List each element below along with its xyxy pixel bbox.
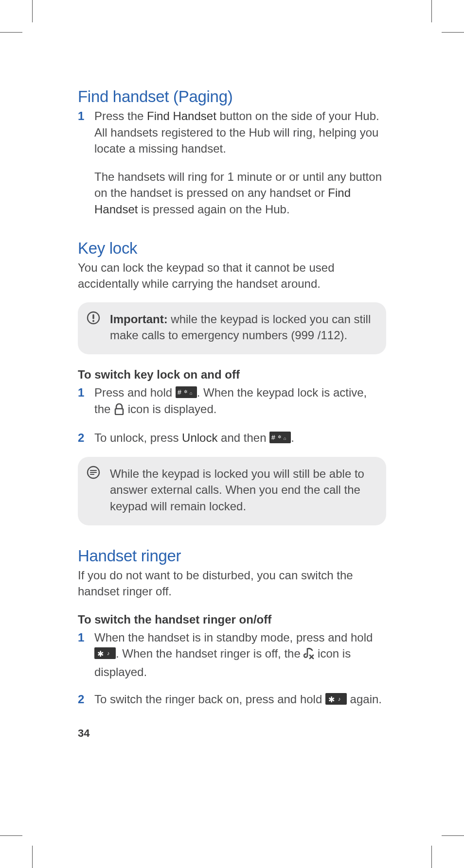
note-icon	[87, 466, 100, 479]
step-text: Press the Find Handset button on the sid…	[94, 108, 386, 157]
step-text: The handsets will ring for 1 minute or o…	[94, 169, 386, 218]
cropmark	[0, 32, 22, 33]
cropmark	[32, 846, 33, 868]
button-name: Unlock	[182, 431, 217, 444]
sub-heading: To switch the handset ringer on/off	[78, 613, 386, 626]
cropmark	[0, 835, 22, 836]
important-callout: Important: while the keypad is locked yo…	[78, 302, 386, 354]
svg-text:♪: ♪	[338, 696, 341, 702]
ringer-off-icon	[303, 647, 314, 664]
step-number: 1	[78, 629, 84, 646]
step-number: 2	[78, 691, 84, 708]
list-item: 2 To switch the ringer back on, press an…	[78, 691, 386, 708]
ringer-steps: 1 When the handset is in standby mode, p…	[78, 629, 386, 707]
step-number: 1	[78, 384, 84, 401]
note-callout: While the keypad is locked you will stil…	[78, 457, 386, 525]
step-number: 1	[78, 108, 84, 124]
heading-find-handset: Find handset (Paging)	[78, 87, 386, 106]
svg-text:#: #	[271, 434, 275, 441]
cropmark	[431, 846, 432, 868]
important-label: Important:	[110, 312, 168, 326]
ringer-intro: If you do not want to be disturbed, you …	[78, 567, 386, 599]
cropmark	[442, 32, 464, 33]
svg-text:✱: ✱	[97, 650, 104, 658]
page-content: Find handset (Paging) 1 Press the Find H…	[78, 87, 386, 718]
list-item: 1 Press the Find Handset button on the s…	[78, 108, 386, 218]
list-item: 1 When the handset is in standby mode, p…	[78, 629, 386, 680]
step-number: 2	[78, 430, 84, 446]
cropmark	[431, 0, 432, 22]
svg-text:⌂: ⌂	[190, 391, 192, 396]
page-number: 34	[78, 727, 89, 740]
svg-text:✲: ✲	[184, 389, 188, 394]
svg-text:⌂: ⌂	[284, 436, 286, 441]
svg-point-2	[92, 320, 94, 322]
svg-rect-6	[115, 409, 123, 415]
find-handset-steps: 1 Press the Find Handset button on the s…	[78, 108, 386, 218]
note-text: While the keypad is locked you will stil…	[110, 467, 364, 513]
svg-text:✱: ✱	[328, 695, 335, 704]
hash-key-icon: #✲⌂	[176, 386, 197, 398]
important-icon	[87, 311, 100, 325]
cropmark	[442, 835, 464, 836]
svg-text:♪: ♪	[107, 650, 110, 656]
sub-heading: To switch key lock on and off	[78, 368, 386, 382]
star-key-icon: ✱♪	[94, 647, 116, 659]
svg-text:#: #	[178, 388, 181, 396]
hash-key-icon: #✲⌂	[269, 432, 291, 443]
heading-key-lock: Key lock	[78, 239, 386, 258]
lock-icon	[114, 403, 125, 419]
star-key-icon: ✱♪	[325, 693, 347, 705]
heading-handset-ringer: Handset ringer	[78, 547, 386, 565]
button-name: Find Handset	[147, 109, 216, 122]
svg-rect-1	[92, 314, 94, 319]
key-lock-steps: 1 Press and hold #✲⌂. When the keypad lo…	[78, 384, 386, 446]
key-lock-intro: You can lock the keypad so that it canno…	[78, 260, 386, 292]
cropmark	[32, 0, 33, 22]
list-item: 2 To unlock, press Unlock and then #✲⌂.	[78, 430, 386, 446]
list-item: 1 Press and hold #✲⌂. When the keypad lo…	[78, 384, 386, 419]
svg-text:✲: ✲	[278, 434, 282, 439]
